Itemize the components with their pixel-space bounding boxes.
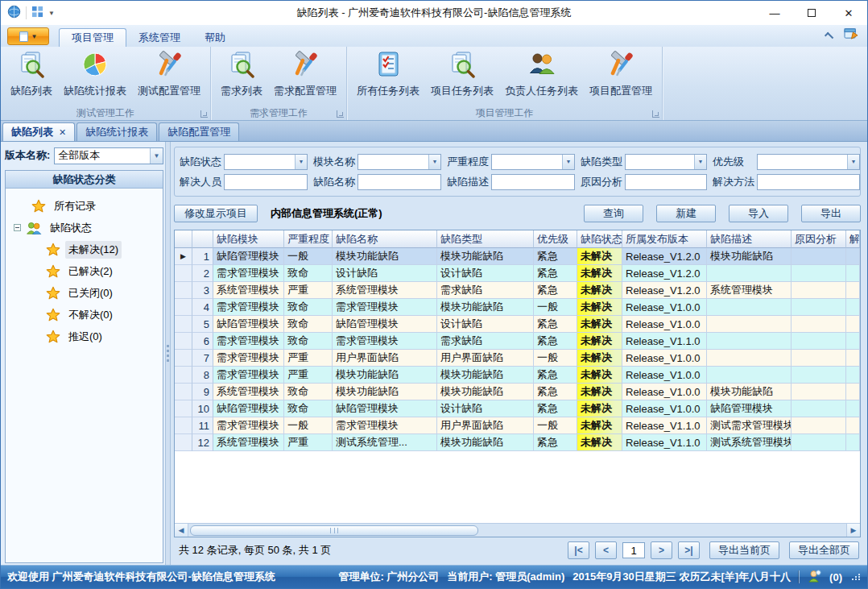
ribbon-button[interactable]: 缺陷统计报表	[58, 49, 132, 100]
chevron-down-icon[interactable]: ▼	[150, 148, 163, 164]
column-header[interactable]: 所属发布版本	[622, 230, 707, 248]
table-row[interactable]: 4需求管理模块致命需求管理模块模块功能缺陷一般未解决Release_V1.0.0	[175, 299, 860, 316]
column-header[interactable]: 缺陷状态	[577, 230, 622, 248]
qat-grid-icon[interactable]	[31, 6, 43, 21]
table-row[interactable]: 3系统管理模块严重系统管理模块需求缺陷紧急未解决Release_V1.2.0系统…	[175, 282, 860, 299]
filter-value-input[interactable]	[758, 175, 859, 189]
table-row[interactable]: 6需求管理模块致命需求管理模块需求缺陷紧急未解决Release_V1.1.0	[175, 333, 860, 350]
search-button[interactable]: 查询	[584, 205, 643, 222]
dialog-launcher-icon[interactable]	[337, 110, 344, 118]
modify-display-items-button[interactable]: 修改显示项目	[174, 205, 258, 222]
tree-item[interactable]: 已解决(2)	[7, 260, 161, 282]
table-row[interactable]: 12系统管理模块严重测试系统管理...模块功能缺陷紧急未解决Release_V1…	[175, 434, 860, 451]
column-header[interactable]: 解决方法	[846, 230, 860, 248]
filter-value-input[interactable]	[358, 175, 440, 189]
column-header[interactable]: 缺陷类型	[437, 230, 534, 248]
filter-value-input[interactable]	[626, 155, 694, 169]
dialog-launcher-icon[interactable]	[652, 110, 659, 118]
filter-value-input[interactable]	[492, 155, 562, 169]
tree-item[interactable]: 已关闭(0)	[7, 282, 161, 304]
tree-item[interactable]: 推迟(0)	[7, 326, 161, 347]
minimize-button[interactable]: —	[756, 1, 793, 25]
tree-item[interactable]: 不解决(0)	[7, 304, 161, 326]
filter-value-input[interactable]	[758, 155, 847, 169]
filter-value-input[interactable]	[225, 155, 295, 169]
column-header[interactable]: 缺陷名称	[333, 230, 437, 248]
chevron-down-icon[interactable]: ▼	[295, 155, 307, 169]
panel-splitter[interactable]	[165, 142, 171, 565]
filter-input[interactable]	[491, 174, 575, 190]
maximize-button[interactable]	[793, 1, 830, 25]
column-header[interactable]: 缺陷描述	[707, 230, 792, 248]
ribbon-button[interactable]: 项目任务列表	[425, 49, 499, 100]
chevron-down-icon[interactable]: ▼	[847, 155, 859, 169]
ribbon-tab-3[interactable]: 帮助	[192, 28, 238, 47]
messages-icon[interactable]	[808, 570, 821, 585]
table-row[interactable]: 7需求管理模块严重用户界面缺陷用户界面缺陷一般未解决Release_V1.0.0	[175, 350, 860, 367]
scroll-right-icon[interactable]: ▶	[846, 524, 860, 537]
scrollbar-thumb[interactable]	[190, 525, 478, 536]
app-menu-button[interactable]: ▼	[7, 27, 49, 45]
scroll-left-icon[interactable]: ◀	[175, 524, 188, 537]
first-page-button[interactable]: |<	[568, 541, 589, 559]
export-current-page-button[interactable]: 导出当前页	[709, 541, 779, 559]
table-row[interactable]: 8需求管理模块严重模块功能缺陷模块功能缺陷紧急未解决Release_V1.0.0	[175, 367, 860, 384]
filter-value-input[interactable]	[492, 175, 574, 189]
last-page-button[interactable]: >|	[678, 541, 700, 559]
document-tab-3[interactable]: 缺陷配置管理	[159, 122, 239, 141]
table-row[interactable]: 10缺陷管理模块致命缺陷管理模块设计缺陷紧急未解决Release_V1.0.0缺…	[175, 400, 860, 417]
import-button[interactable]: 导入	[729, 205, 788, 222]
table-row[interactable]: 9系统管理模块致命模块功能缺陷模块功能缺陷紧急未解决Release_V1.0.0…	[175, 384, 860, 400]
column-header[interactable]: 原因分析	[792, 230, 846, 248]
filter-input[interactable]	[358, 174, 441, 190]
close-button[interactable]: ✕	[830, 1, 867, 25]
ribbon-button[interactable]: 测试配置管理	[132, 49, 206, 100]
close-tab-icon[interactable]: ✕	[59, 127, 66, 138]
tree-item[interactable]: 所有记录	[7, 195, 161, 217]
horizontal-scrollbar[interactable]: ◀ ▶	[175, 523, 860, 537]
qat-dropdown-icon[interactable]: ▼	[48, 10, 55, 17]
export-all-pages-button[interactable]: 导出全部页	[789, 541, 859, 559]
version-select[interactable]: 全部版本 ▼	[54, 147, 163, 164]
filter-select[interactable]: ▼	[224, 154, 308, 170]
document-tab-2[interactable]: 缺陷统计报表	[76, 122, 157, 141]
help-icon[interactable]	[844, 27, 859, 44]
ribbon-button[interactable]: 缺陷列表	[5, 49, 58, 100]
filter-input[interactable]	[757, 174, 860, 190]
tree-item[interactable]: 未解决(12)	[7, 239, 161, 260]
new-button[interactable]: 新建	[656, 205, 716, 222]
ribbon-collapse-icon[interactable]	[825, 31, 833, 40]
filter-value-input[interactable]	[626, 175, 706, 189]
chevron-down-icon[interactable]: ▼	[428, 155, 440, 169]
collapse-icon[interactable]	[14, 224, 21, 231]
table-row[interactable]: 2需求管理模块致命设计缺陷设计缺陷紧急未解决Release_V1.2.0	[175, 265, 860, 282]
chevron-down-icon[interactable]: ▼	[562, 155, 574, 169]
document-tab-1[interactable]: 缺陷列表✕	[2, 122, 75, 141]
filter-select[interactable]: ▼	[358, 154, 441, 170]
ribbon-button[interactable]: 需求配置管理	[268, 49, 342, 100]
table-row[interactable]: 5缺陷管理模块致命缺陷管理模块设计缺陷紧急未解决Release_V1.0.0	[175, 316, 860, 333]
filter-select[interactable]: ▼	[625, 154, 707, 170]
page-number-input[interactable]	[622, 542, 645, 558]
dialog-launcher-icon[interactable]	[200, 110, 208, 118]
ribbon-button[interactable]: 负责人任务列表	[499, 49, 584, 100]
export-button[interactable]: 导出	[801, 205, 861, 222]
table-row[interactable]: ▶1缺陷管理模块一般模块功能缺陷模块功能缺陷紧急未解决Release_V1.2.…	[175, 248, 860, 265]
ribbon-button[interactable]: 所有任务列表	[351, 49, 425, 100]
chevron-down-icon[interactable]: ▼	[694, 155, 706, 169]
filter-input[interactable]	[224, 174, 308, 190]
column-header[interactable]: 优先级	[534, 230, 577, 248]
filter-select[interactable]: ▼	[757, 154, 860, 170]
table-row[interactable]: 11需求管理模块一般需求管理模块用户界面缺陷一般未解决Release_V1.1.…	[175, 417, 860, 434]
filter-value-input[interactable]	[225, 175, 307, 189]
prev-page-button[interactable]: <	[595, 541, 617, 559]
filter-select[interactable]: ▼	[491, 154, 575, 170]
resize-grip[interactable]	[852, 574, 861, 580]
ribbon-tab-2[interactable]: 系统管理	[126, 28, 192, 47]
filter-value-input[interactable]	[358, 155, 428, 169]
tree-item[interactable]: 缺陷状态	[7, 217, 161, 239]
column-header[interactable]: 严重程度	[284, 230, 333, 248]
column-header[interactable]: 缺陷模块	[213, 230, 284, 248]
ribbon-button[interactable]: 需求列表	[215, 49, 268, 100]
ribbon-button[interactable]: 项目配置管理	[584, 49, 658, 100]
